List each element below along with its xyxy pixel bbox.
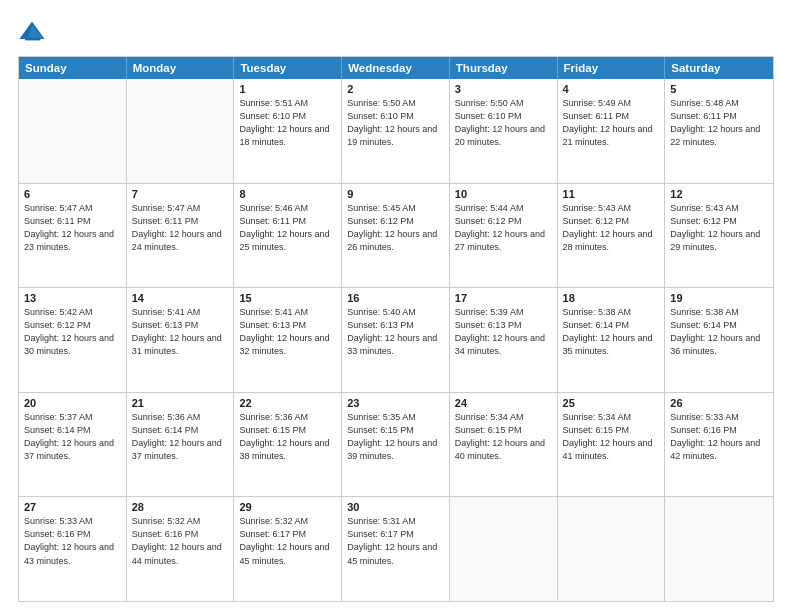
day-info: Sunrise: 5:44 AM Sunset: 6:12 PM Dayligh… (455, 202, 552, 254)
day-info: Sunrise: 5:51 AM Sunset: 6:10 PM Dayligh… (239, 97, 336, 149)
calendar-cell: 30Sunrise: 5:31 AM Sunset: 6:17 PM Dayli… (342, 497, 450, 601)
day-number: 25 (563, 397, 660, 409)
calendar: SundayMondayTuesdayWednesdayThursdayFrid… (18, 56, 774, 602)
calendar-cell: 4Sunrise: 5:49 AM Sunset: 6:11 PM Daylig… (558, 79, 666, 183)
calendar-cell: 3Sunrise: 5:50 AM Sunset: 6:10 PM Daylig… (450, 79, 558, 183)
day-number: 8 (239, 188, 336, 200)
calendar-cell: 15Sunrise: 5:41 AM Sunset: 6:13 PM Dayli… (234, 288, 342, 392)
calendar-cell: 1Sunrise: 5:51 AM Sunset: 6:10 PM Daylig… (234, 79, 342, 183)
calendar-header-cell: Sunday (19, 57, 127, 79)
calendar-cell: 28Sunrise: 5:32 AM Sunset: 6:16 PM Dayli… (127, 497, 235, 601)
day-info: Sunrise: 5:47 AM Sunset: 6:11 PM Dayligh… (132, 202, 229, 254)
calendar-cell (665, 497, 773, 601)
calendar-cell (127, 79, 235, 183)
calendar-header-cell: Friday (558, 57, 666, 79)
calendar-cell: 24Sunrise: 5:34 AM Sunset: 6:15 PM Dayli… (450, 393, 558, 497)
calendar-cell: 8Sunrise: 5:46 AM Sunset: 6:11 PM Daylig… (234, 184, 342, 288)
day-number: 6 (24, 188, 121, 200)
day-number: 12 (670, 188, 768, 200)
day-number: 26 (670, 397, 768, 409)
day-info: Sunrise: 5:34 AM Sunset: 6:15 PM Dayligh… (455, 411, 552, 463)
day-info: Sunrise: 5:40 AM Sunset: 6:13 PM Dayligh… (347, 306, 444, 358)
calendar-cell: 22Sunrise: 5:36 AM Sunset: 6:15 PM Dayli… (234, 393, 342, 497)
calendar-cell: 16Sunrise: 5:40 AM Sunset: 6:13 PM Dayli… (342, 288, 450, 392)
day-number: 1 (239, 83, 336, 95)
header (18, 18, 774, 46)
day-info: Sunrise: 5:36 AM Sunset: 6:14 PM Dayligh… (132, 411, 229, 463)
calendar-cell: 12Sunrise: 5:43 AM Sunset: 6:12 PM Dayli… (665, 184, 773, 288)
calendar-cell: 27Sunrise: 5:33 AM Sunset: 6:16 PM Dayli… (19, 497, 127, 601)
calendar-cell: 23Sunrise: 5:35 AM Sunset: 6:15 PM Dayli… (342, 393, 450, 497)
calendar-cell: 17Sunrise: 5:39 AM Sunset: 6:13 PM Dayli… (450, 288, 558, 392)
day-number: 23 (347, 397, 444, 409)
day-number: 3 (455, 83, 552, 95)
day-info: Sunrise: 5:35 AM Sunset: 6:15 PM Dayligh… (347, 411, 444, 463)
day-number: 28 (132, 501, 229, 513)
calendar-cell: 19Sunrise: 5:38 AM Sunset: 6:14 PM Dayli… (665, 288, 773, 392)
calendar-cell: 21Sunrise: 5:36 AM Sunset: 6:14 PM Dayli… (127, 393, 235, 497)
day-info: Sunrise: 5:33 AM Sunset: 6:16 PM Dayligh… (670, 411, 768, 463)
day-number: 22 (239, 397, 336, 409)
day-number: 5 (670, 83, 768, 95)
day-number: 4 (563, 83, 660, 95)
calendar-header: SundayMondayTuesdayWednesdayThursdayFrid… (19, 57, 773, 79)
day-info: Sunrise: 5:33 AM Sunset: 6:16 PM Dayligh… (24, 515, 121, 567)
calendar-cell (450, 497, 558, 601)
day-number: 21 (132, 397, 229, 409)
page: SundayMondayTuesdayWednesdayThursdayFrid… (0, 0, 792, 612)
svg-rect-2 (25, 38, 40, 41)
calendar-row: 6Sunrise: 5:47 AM Sunset: 6:11 PM Daylig… (19, 184, 773, 289)
calendar-cell: 26Sunrise: 5:33 AM Sunset: 6:16 PM Dayli… (665, 393, 773, 497)
day-info: Sunrise: 5:50 AM Sunset: 6:10 PM Dayligh… (347, 97, 444, 149)
day-info: Sunrise: 5:46 AM Sunset: 6:11 PM Dayligh… (239, 202, 336, 254)
day-info: Sunrise: 5:38 AM Sunset: 6:14 PM Dayligh… (670, 306, 768, 358)
calendar-row: 27Sunrise: 5:33 AM Sunset: 6:16 PM Dayli… (19, 497, 773, 601)
calendar-cell (19, 79, 127, 183)
day-number: 18 (563, 292, 660, 304)
calendar-cell: 18Sunrise: 5:38 AM Sunset: 6:14 PM Dayli… (558, 288, 666, 392)
calendar-cell (558, 497, 666, 601)
calendar-cell: 10Sunrise: 5:44 AM Sunset: 6:12 PM Dayli… (450, 184, 558, 288)
calendar-body: 1Sunrise: 5:51 AM Sunset: 6:10 PM Daylig… (19, 79, 773, 601)
day-info: Sunrise: 5:42 AM Sunset: 6:12 PM Dayligh… (24, 306, 121, 358)
calendar-cell: 9Sunrise: 5:45 AM Sunset: 6:12 PM Daylig… (342, 184, 450, 288)
day-number: 9 (347, 188, 444, 200)
day-info: Sunrise: 5:43 AM Sunset: 6:12 PM Dayligh… (563, 202, 660, 254)
day-number: 17 (455, 292, 552, 304)
calendar-cell: 29Sunrise: 5:32 AM Sunset: 6:17 PM Dayli… (234, 497, 342, 601)
day-info: Sunrise: 5:32 AM Sunset: 6:16 PM Dayligh… (132, 515, 229, 567)
day-number: 19 (670, 292, 768, 304)
day-number: 27 (24, 501, 121, 513)
calendar-cell: 2Sunrise: 5:50 AM Sunset: 6:10 PM Daylig… (342, 79, 450, 183)
calendar-cell: 7Sunrise: 5:47 AM Sunset: 6:11 PM Daylig… (127, 184, 235, 288)
calendar-cell: 5Sunrise: 5:48 AM Sunset: 6:11 PM Daylig… (665, 79, 773, 183)
day-info: Sunrise: 5:45 AM Sunset: 6:12 PM Dayligh… (347, 202, 444, 254)
day-info: Sunrise: 5:47 AM Sunset: 6:11 PM Dayligh… (24, 202, 121, 254)
day-number: 7 (132, 188, 229, 200)
day-number: 2 (347, 83, 444, 95)
day-number: 13 (24, 292, 121, 304)
day-number: 10 (455, 188, 552, 200)
calendar-header-cell: Thursday (450, 57, 558, 79)
logo (18, 18, 50, 46)
day-info: Sunrise: 5:31 AM Sunset: 6:17 PM Dayligh… (347, 515, 444, 567)
calendar-header-cell: Tuesday (234, 57, 342, 79)
day-info: Sunrise: 5:32 AM Sunset: 6:17 PM Dayligh… (239, 515, 336, 567)
calendar-header-cell: Monday (127, 57, 235, 79)
day-number: 20 (24, 397, 121, 409)
calendar-header-cell: Wednesday (342, 57, 450, 79)
day-info: Sunrise: 5:38 AM Sunset: 6:14 PM Dayligh… (563, 306, 660, 358)
day-info: Sunrise: 5:39 AM Sunset: 6:13 PM Dayligh… (455, 306, 552, 358)
day-info: Sunrise: 5:37 AM Sunset: 6:14 PM Dayligh… (24, 411, 121, 463)
logo-icon (18, 18, 46, 46)
calendar-header-cell: Saturday (665, 57, 773, 79)
day-info: Sunrise: 5:41 AM Sunset: 6:13 PM Dayligh… (239, 306, 336, 358)
day-info: Sunrise: 5:36 AM Sunset: 6:15 PM Dayligh… (239, 411, 336, 463)
day-info: Sunrise: 5:43 AM Sunset: 6:12 PM Dayligh… (670, 202, 768, 254)
day-number: 15 (239, 292, 336, 304)
calendar-row: 20Sunrise: 5:37 AM Sunset: 6:14 PM Dayli… (19, 393, 773, 498)
day-info: Sunrise: 5:49 AM Sunset: 6:11 PM Dayligh… (563, 97, 660, 149)
calendar-cell: 20Sunrise: 5:37 AM Sunset: 6:14 PM Dayli… (19, 393, 127, 497)
day-number: 29 (239, 501, 336, 513)
day-info: Sunrise: 5:34 AM Sunset: 6:15 PM Dayligh… (563, 411, 660, 463)
